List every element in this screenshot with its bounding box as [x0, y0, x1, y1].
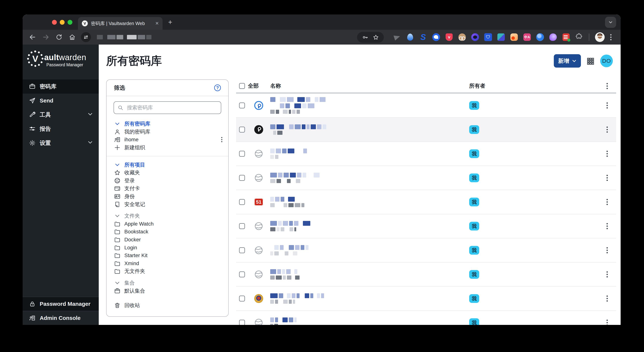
telegram-dim-icon[interactable]: [393, 33, 401, 41]
vault-item-row[interactable]: 我: [236, 262, 616, 287]
row-checkbox[interactable]: [239, 102, 245, 108]
filter-item-登录[interactable]: 登录: [106, 177, 228, 185]
sidebar-item-send[interactable]: Send: [23, 94, 99, 108]
tab-close-icon[interactable]: ✕: [155, 21, 159, 26]
filter-item-apple-watch[interactable]: Apple Watch: [106, 220, 228, 228]
filter-item-login[interactable]: Login: [106, 244, 228, 252]
help-icon[interactable]: ?: [214, 84, 221, 91]
app-switcher-button[interactable]: [586, 57, 595, 67]
row-checkbox[interactable]: [239, 223, 245, 229]
vault-item-row[interactable]: 我: [236, 118, 616, 142]
header-options-button[interactable]: [606, 83, 608, 89]
filter-item-trash[interactable]: 回收站: [106, 302, 228, 310]
row-options-button[interactable]: [606, 151, 608, 157]
row-checkbox[interactable]: [239, 175, 245, 181]
row-options-button[interactable]: [606, 126, 608, 133]
bitwarden-shield-icon[interactable]: 🛡: [484, 33, 492, 41]
sidebar-item-sliders[interactable]: 报告: [23, 122, 99, 136]
vault-item-row[interactable]: 51我: [236, 190, 616, 214]
row-checkbox[interactable]: [239, 151, 245, 157]
face-avatar-icon[interactable]: [458, 33, 466, 41]
row-options-button[interactable]: [606, 247, 608, 254]
filter-item-xmind[interactable]: Xmind: [106, 260, 228, 268]
onepassword-black-icon: [254, 125, 263, 134]
new-tab-button[interactable]: +: [168, 18, 172, 26]
blue-ring-icon[interactable]: [536, 33, 544, 41]
row-options-button[interactable]: [606, 272, 608, 278]
row-checkbox[interactable]: [239, 199, 245, 205]
browser-menu-button[interactable]: [610, 34, 612, 40]
translate-pink-icon[interactable]: 中A: [523, 33, 531, 41]
eagle-blue-icon[interactable]: [432, 33, 440, 41]
blue-drop-icon[interactable]: [406, 33, 414, 41]
orange-reader-icon[interactable]: [510, 33, 518, 41]
select-all-checkbox[interactable]: [239, 83, 245, 89]
vault-search[interactable]: [114, 101, 221, 114]
mail-arrows-icon[interactable]: [497, 33, 505, 41]
row-checkbox[interactable]: [239, 320, 245, 325]
bookmark-star-icon[interactable]: [373, 34, 379, 40]
back-button[interactable]: [29, 34, 36, 41]
sidebar-item-gear[interactable]: 设置: [23, 136, 99, 150]
filter-item-身份[interactable]: 身份: [106, 192, 228, 200]
filter-item-支付卡[interactable]: 支付卡: [106, 184, 228, 192]
browser-tab[interactable]: V 密码库 | Vaultwarden Web ✕: [78, 17, 162, 30]
item-options-button[interactable]: [221, 137, 222, 142]
row-options-button[interactable]: [606, 296, 608, 302]
filter-group-header[interactable]: 所有项目: [106, 161, 228, 169]
vault-item-row[interactable]: 我: [236, 238, 616, 262]
vault-item-row[interactable]: 我: [236, 94, 616, 118]
sidebar-item-vault[interactable]: 密码库: [23, 80, 99, 94]
site-info-button[interactable]: [81, 32, 91, 42]
filter-item-bookstack[interactable]: Bookstack: [106, 228, 228, 236]
window-zoom-button[interactable]: [68, 20, 72, 25]
extensions-puzzle-icon[interactable]: [575, 33, 583, 41]
row-checkbox[interactable]: [239, 296, 245, 302]
filter-item-默认集合[interactable]: 默认集合: [106, 287, 228, 295]
vault-item-row[interactable]: 我: [236, 166, 616, 190]
vault-item-row[interactable]: 我: [236, 214, 616, 238]
row-options-button[interactable]: [606, 102, 608, 108]
surfshark-s-icon[interactable]: S: [419, 33, 427, 41]
todo-red-icon[interactable]: [562, 33, 570, 41]
search-input[interactable]: [126, 104, 217, 111]
filter-item-新建组织[interactable]: 新建组织: [106, 144, 228, 152]
row-options-button[interactable]: [606, 199, 608, 205]
reload-button[interactable]: [56, 34, 62, 40]
filter-group-header[interactable]: 文件夹: [106, 212, 228, 220]
row-options-button[interactable]: [606, 223, 608, 229]
browser-profile-avatar[interactable]: [595, 32, 605, 42]
vault-item-row[interactable]: 我: [236, 287, 616, 311]
add-new-button[interactable]: 新增: [554, 54, 581, 68]
vault-item-row[interactable]: 我: [236, 142, 616, 166]
sidebar-item-wrench[interactable]: 工具: [23, 108, 99, 122]
row-checkbox[interactable]: [239, 126, 245, 132]
row-checkbox[interactable]: [239, 272, 245, 277]
filter-item-收藏夹[interactable]: 收藏夹: [106, 169, 228, 177]
vault-item-row[interactable]: 我: [236, 311, 616, 325]
purple-drop-icon[interactable]: [549, 33, 557, 41]
account-avatar[interactable]: DO: [600, 54, 613, 67]
filter-item-无文件夹[interactable]: 无文件夹: [106, 267, 228, 275]
address-bar-redacted-url[interactable]: [97, 35, 152, 39]
window-minimize-button[interactable]: [60, 20, 64, 25]
filter-item-ihome[interactable]: ihome: [106, 136, 228, 144]
window-close-button[interactable]: [52, 20, 57, 25]
home-button[interactable]: [69, 34, 76, 41]
row-options-button[interactable]: [606, 175, 608, 181]
filter-item-安全笔记[interactable]: 安全笔记: [106, 200, 228, 208]
password-key-icon[interactable]: [362, 34, 368, 40]
filter-item-我的密码库[interactable]: 我的密码库: [106, 128, 228, 136]
filter-item-docker[interactable]: Docker: [106, 236, 228, 244]
forward-button[interactable]: [42, 34, 49, 41]
filter-item-starter-kit[interactable]: Starter Kit: [106, 252, 228, 260]
filter-group-header[interactable]: 集合: [106, 279, 228, 287]
dark-reader-icon[interactable]: [471, 33, 479, 41]
row-checkbox[interactable]: [239, 247, 245, 253]
pocket-red-icon[interactable]: v: [445, 33, 453, 41]
filter-group-header[interactable]: 所有密码库: [106, 120, 228, 128]
row-options-button[interactable]: [606, 320, 608, 325]
sidebar-item-password-manager[interactable]: Password Manager: [23, 297, 99, 311]
tab-search-button[interactable]: [605, 17, 616, 28]
sidebar-item-admin-console[interactable]: Admin Console: [23, 311, 99, 325]
